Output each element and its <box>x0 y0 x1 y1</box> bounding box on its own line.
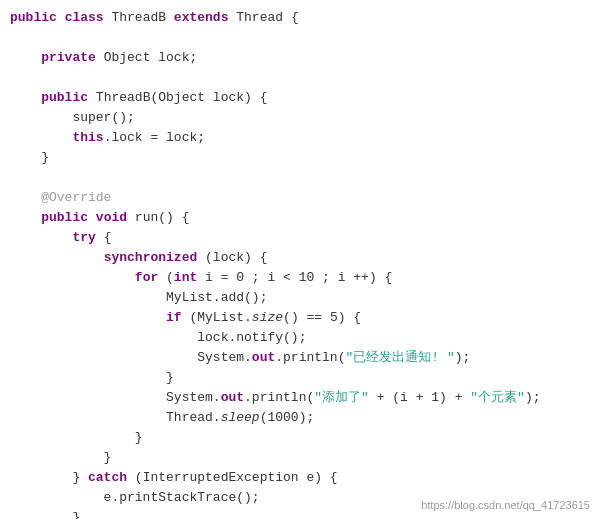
code-line: super(); <box>10 108 590 128</box>
code-line: public ThreadB(Object lock) { <box>10 88 590 108</box>
code-line: Thread.sleep(1000); <box>10 408 590 428</box>
code-line: } catch (InterruptedException e) { <box>10 468 590 488</box>
code-line: private Object lock; <box>10 48 590 68</box>
code-line: this.lock = lock; <box>10 128 590 148</box>
code-line: public class ThreadB extends Thread { <box>10 8 590 28</box>
code-line: for (int i = 0 ; i < 10 ; i ++) { <box>10 268 590 288</box>
code-line: MyList.add(); <box>10 288 590 308</box>
code-line: lock.notify(); <box>10 328 590 348</box>
code-line: @Override <box>10 188 590 208</box>
code-line <box>10 28 590 48</box>
code-line: } <box>10 368 590 388</box>
code-line: public void run() { <box>10 208 590 228</box>
watermark: https://blog.csdn.net/qq_41723615 <box>421 499 590 511</box>
code-line: } <box>10 428 590 448</box>
code-editor: public class ThreadB extends Thread { pr… <box>0 0 600 519</box>
code-line <box>10 68 590 88</box>
code-line: } <box>10 148 590 168</box>
code-line <box>10 168 590 188</box>
code-line: System.out.println("添加了" + (i + 1) + "个元… <box>10 388 590 408</box>
code-content: public class ThreadB extends Thread { pr… <box>10 8 590 519</box>
code-line: } <box>10 448 590 468</box>
code-line: if (MyList.size() == 5) { <box>10 308 590 328</box>
code-line: System.out.println("已经发出通知! "); <box>10 348 590 368</box>
code-line: try { <box>10 228 590 248</box>
code-line: synchronized (lock) { <box>10 248 590 268</box>
